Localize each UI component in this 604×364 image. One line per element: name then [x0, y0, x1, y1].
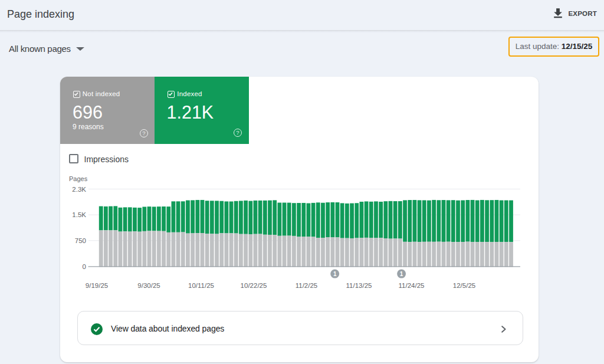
- svg-text:0: 0: [83, 263, 86, 270]
- svg-text:1.5K: 1.5K: [72, 211, 86, 218]
- svg-text:9/19/25: 9/19/25: [86, 282, 108, 289]
- svg-text:1: 1: [333, 271, 337, 277]
- svg-text:10/22/25: 10/22/25: [241, 282, 267, 289]
- svg-text:11/24/25: 11/24/25: [399, 282, 425, 289]
- svg-text:9/30/25: 9/30/25: [137, 282, 160, 289]
- svg-text:750: 750: [75, 237, 86, 244]
- svg-text:Pages: Pages: [69, 175, 88, 182]
- svg-text:12/5/25: 12/5/25: [453, 282, 475, 289]
- svg-text:11/13/25: 11/13/25: [346, 282, 372, 289]
- svg-text:10/11/25: 10/11/25: [188, 282, 214, 289]
- svg-text:2.3K: 2.3K: [72, 186, 86, 193]
- svg-text:11/2/25: 11/2/25: [296, 282, 318, 289]
- svg-text:1: 1: [400, 271, 403, 277]
